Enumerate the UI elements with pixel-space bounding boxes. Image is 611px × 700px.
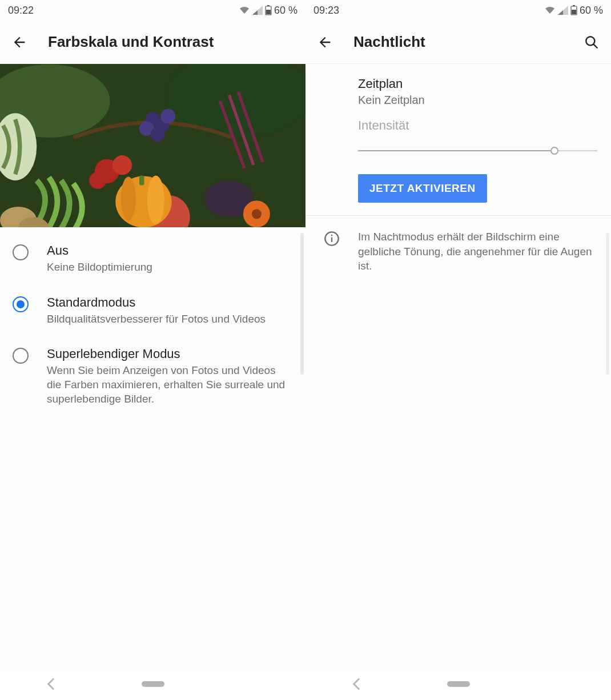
svg-point-13: [89, 172, 106, 189]
cell-signal-icon: [252, 6, 263, 15]
status-time: 09:23: [313, 5, 339, 17]
radio-desc: Keine Bildoptimierung: [47, 260, 152, 275]
svg-rect-26: [573, 5, 575, 6]
svg-rect-27: [572, 10, 576, 14]
info-icon: [324, 231, 340, 249]
app-bar: Farbskala und Kontrast: [0, 21, 306, 64]
nav-home-pill[interactable]: [447, 681, 470, 687]
cell-signal-icon: [558, 6, 568, 15]
app-bar: Nachtlicht: [306, 21, 611, 64]
info-row: Im Nachtmodus erhält der Bildschirm eine…: [306, 216, 611, 273]
svg-point-17: [147, 175, 164, 224]
search-icon: [584, 35, 599, 50]
radio-icon: [13, 296, 29, 312]
page-title: Farbskala und Kontrast: [48, 33, 298, 51]
svg-point-10: [160, 109, 175, 124]
back-arrow-icon: [317, 34, 333, 50]
nav-home-pill[interactable]: [142, 681, 164, 687]
battery-icon: [570, 5, 577, 15]
radio-option-off[interactable]: Aus Keine Bildoptimierung: [0, 233, 306, 285]
search-button[interactable]: [580, 31, 603, 54]
activate-now-button[interactable]: JETZT AKTIVIEREN: [358, 174, 487, 203]
info-text: Im Nachtmodus erhält der Bildschirm eine…: [358, 230, 597, 273]
status-battery-percent: 60 %: [274, 5, 298, 17]
radio-title: Standardmodus: [47, 295, 266, 310]
page-title: Nachtlicht: [353, 33, 563, 51]
svg-rect-32: [331, 235, 332, 236]
status-battery-percent: 60 %: [580, 5, 603, 17]
svg-point-12: [112, 155, 132, 175]
svg-rect-1: [267, 5, 270, 6]
status-time: 09:22: [8, 5, 34, 17]
svg-rect-18: [139, 175, 144, 185]
android-nav-bar: [0, 668, 306, 700]
radio-desc: Wenn Sie beim Anzeigen von Fotos und Vid…: [47, 364, 293, 406]
screen-color-scale: 09:22 60 % Farbskala und Kontrast: [0, 0, 306, 700]
nav-back-button[interactable]: [46, 678, 56, 690]
scrollbar[interactable]: [606, 233, 609, 375]
wifi-icon: [544, 6, 556, 15]
battery-icon: [265, 5, 272, 15]
svg-point-23: [252, 209, 262, 219]
status-bar: 09:23 60 %: [306, 0, 611, 21]
nav-back-button[interactable]: [351, 678, 361, 690]
svg-point-9: [150, 127, 165, 142]
schedule-row[interactable]: Zeitplan Kein Zeitplan: [306, 64, 611, 107]
status-bar: 09:22 60 %: [0, 0, 306, 21]
schedule-value: Kein Zeitplan: [358, 94, 597, 107]
radio-title: Aus: [47, 243, 152, 258]
radio-desc: Bildqualitätsverbesserer für Fotos und V…: [47, 312, 266, 327]
display-mode-radio-group: Aus Keine Bildoptimierung Standardmodus …: [0, 227, 306, 422]
scrollbar[interactable]: [300, 233, 304, 375]
color-preview-image: [0, 64, 306, 227]
svg-rect-31: [331, 238, 332, 242]
back-button[interactable]: [8, 31, 31, 54]
schedule-title: Zeitplan: [358, 77, 597, 91]
status-right: 60 %: [544, 5, 603, 17]
radio-icon: [13, 348, 29, 364]
radio-option-standard[interactable]: Standardmodus Bildqualitätsverbesserer f…: [0, 285, 306, 337]
back-button[interactable]: [313, 31, 336, 54]
svg-rect-2: [266, 10, 271, 14]
back-arrow-icon: [11, 34, 27, 50]
svg-line-29: [594, 44, 597, 47]
status-right: 60 %: [239, 5, 298, 17]
radio-title: Superlebendiger Modus: [47, 347, 293, 361]
wifi-icon: [239, 6, 250, 15]
android-nav-bar: [306, 668, 611, 700]
svg-point-16: [121, 177, 136, 221]
intensity-label: Intensität: [358, 118, 597, 133]
radio-option-supervivid[interactable]: Superlebendiger Modus Wenn Sie beim Anze…: [0, 336, 306, 416]
radio-icon: [13, 244, 29, 260]
screen-night-light: 09:23 60 % Nachtlicht Zeitplan Kein Zeit…: [306, 0, 611, 700]
intensity-slider[interactable]: [358, 150, 597, 151]
slider-thumb-icon: [550, 147, 558, 155]
